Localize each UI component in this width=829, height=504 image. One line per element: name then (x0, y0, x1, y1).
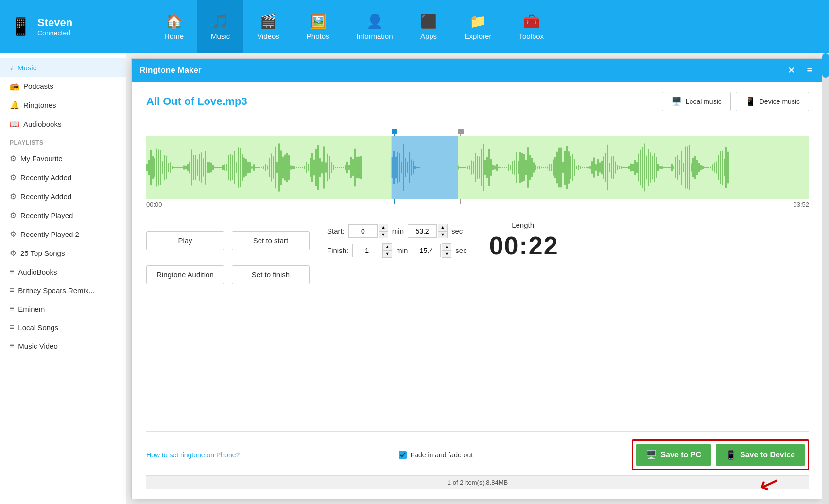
set-start-button[interactable]: Set to start (232, 231, 310, 250)
nav-apps[interactable]: ⬛ Apps (407, 0, 451, 53)
sidebar-item-local-songs[interactable]: ≡ Local Songs (0, 318, 126, 336)
svg-rect-115 (358, 156, 360, 178)
device-music-button[interactable]: 📱 Device music (736, 92, 809, 111)
set-finish-button[interactable]: Set to finish (232, 265, 310, 284)
svg-rect-80 (290, 165, 292, 170)
svg-rect-191 (564, 151, 566, 185)
svg-rect-62 (255, 167, 257, 168)
dialog-close-button[interactable]: ✕ (784, 63, 799, 78)
sidebar-item-music-video[interactable]: ≡ Music Video (0, 336, 126, 355)
sidebar-item-podcasts[interactable]: 📻 Podcasts (0, 77, 126, 96)
device-info: 📱 Steven Connected (0, 0, 151, 53)
svg-rect-303 (414, 166, 416, 169)
sidebar-item-britney[interactable]: ≡ Britney Spears Remix... (0, 281, 126, 300)
svg-rect-224 (628, 166, 630, 169)
save-to-device-button[interactable]: 📱 Save to Device (716, 444, 805, 466)
scrollbar-thumb[interactable] (822, 53, 829, 78)
waveform[interactable]: // Generate random waveform bars (146, 136, 809, 199)
svg-rect-57 (245, 159, 247, 176)
svg-rect-13 (160, 150, 161, 185)
gear-icon-6: ⚙ (10, 249, 17, 258)
nav-music-label: Music (211, 32, 230, 40)
svg-rect-72 (275, 147, 276, 189)
status-text: 1 of 2 item(s),8.84MB (448, 479, 508, 486)
nav-home-label: Home (164, 32, 184, 40)
sidebar-item-recently-played[interactable]: ⚙ Recently Played (0, 206, 126, 225)
sidebar-music-label: Music (17, 64, 36, 72)
nav-music[interactable]: 🎵 Music (197, 0, 243, 53)
svg-rect-53 (238, 147, 239, 188)
svg-rect-237 (654, 153, 655, 182)
sidebar-item-recently-added[interactable]: ⚙ Recently Added (0, 168, 126, 187)
svg-rect-211 (603, 156, 604, 179)
svg-rect-67 (265, 164, 266, 171)
nav-home[interactable]: 🏠 Home (151, 0, 197, 53)
sidebar-item-ringtones[interactable]: 🔔 Ringtones (0, 96, 126, 115)
audition-button[interactable]: Ringtone Audition (146, 265, 224, 284)
sidebar-item-music[interactable]: ♪ Music (0, 58, 126, 77)
sidebar-item-eminem[interactable]: ≡ Eminem (0, 300, 126, 318)
svg-rect-203 (587, 167, 589, 169)
help-link[interactable]: How to set ringtone on Phone? (146, 451, 240, 459)
finish-sec-input[interactable] (412, 244, 441, 257)
svg-rect-60 (251, 166, 253, 168)
sidebar-ringtones-label: Ringtones (23, 101, 56, 109)
dialog-menu-button[interactable]: ≡ (803, 63, 816, 78)
gear-icon-3: ⚙ (10, 192, 17, 201)
music-icon: 🎵 (212, 13, 229, 29)
start-min-input[interactable] (348, 224, 378, 238)
start-min-down[interactable]: ▼ (379, 231, 388, 238)
svg-rect-155 (494, 165, 496, 169)
nav-explorer[interactable]: 📁 Explorer (451, 0, 505, 53)
finish-min-down[interactable]: ▼ (382, 251, 392, 258)
save-to-pc-button[interactable]: 🖥️ Save to PC (636, 444, 711, 466)
svg-rect-41 (214, 167, 216, 169)
start-sec-up[interactable]: ▲ (438, 224, 448, 231)
svg-rect-11 (156, 149, 157, 187)
svg-rect-70 (271, 153, 272, 181)
svg-rect-233 (646, 156, 647, 180)
phone-save-icon: 📱 (725, 450, 736, 460)
svg-rect-42 (216, 167, 218, 168)
sidebar-item-recently-played-2[interactable]: ⚙ Recently Played 2 (0, 225, 126, 244)
svg-rect-153 (490, 159, 492, 176)
local-music-button[interactable]: 🖥️ Local music (662, 92, 731, 111)
svg-rect-184 (551, 164, 552, 171)
sidebar-item-my-favourite[interactable]: ⚙ My Favourite (0, 149, 126, 168)
sidebar-item-audiobooks-pl[interactable]: ≡ AudioBooks (0, 263, 126, 281)
start-min-up[interactable]: ▲ (379, 224, 388, 231)
start-sec-input[interactable] (408, 224, 437, 238)
fade-checkbox[interactable] (399, 451, 407, 459)
svg-rect-236 (652, 156, 653, 180)
start-sec-down[interactable]: ▼ (438, 231, 448, 238)
monitor-save-icon: 🖥️ (646, 450, 656, 460)
nav-videos[interactable]: 🎬 Videos (243, 0, 293, 53)
sidebar-audiobooks-label: Audiobooks (23, 120, 61, 128)
nav-toolbox[interactable]: 🧰 Toolbox (505, 0, 557, 53)
svg-rect-258 (694, 156, 696, 179)
scrollbar[interactable] (822, 53, 829, 504)
svg-rect-27 (187, 164, 189, 171)
svg-rect-45 (222, 165, 224, 170)
fade-label: Fade in and fade out (411, 451, 473, 459)
finish-sec-up[interactable]: ▲ (442, 243, 451, 251)
nav-information[interactable]: 👤 Information (343, 0, 406, 53)
svg-rect-146 (477, 156, 478, 179)
photos-icon: 🖼️ (310, 13, 327, 29)
svg-rect-272 (722, 151, 723, 185)
list-icon-1: ≡ (10, 268, 14, 276)
svg-rect-200 (582, 167, 583, 168)
sidebar-item-25-top-songs[interactable]: ⚙ 25 Top Songs (0, 244, 126, 263)
finish-min-up[interactable]: ▲ (382, 243, 392, 251)
svg-rect-216 (613, 156, 614, 179)
finish-min-input[interactable] (352, 244, 381, 257)
svg-rect-82 (294, 166, 295, 169)
sidebar-item-recently-added-2[interactable]: ⚙ Recently Added (0, 187, 126, 206)
sidebar-item-audiobooks[interactable]: 📖 Audiobooks (0, 115, 126, 134)
finish-sec-down[interactable]: ▼ (442, 251, 451, 258)
svg-rect-252 (683, 163, 684, 172)
nav-photos[interactable]: 🖼️ Photos (293, 0, 343, 53)
play-button[interactable]: Play (146, 231, 224, 250)
sidebar-recently-played-label: Recently Played (20, 211, 73, 219)
gear-icon-2: ⚙ (10, 173, 17, 182)
